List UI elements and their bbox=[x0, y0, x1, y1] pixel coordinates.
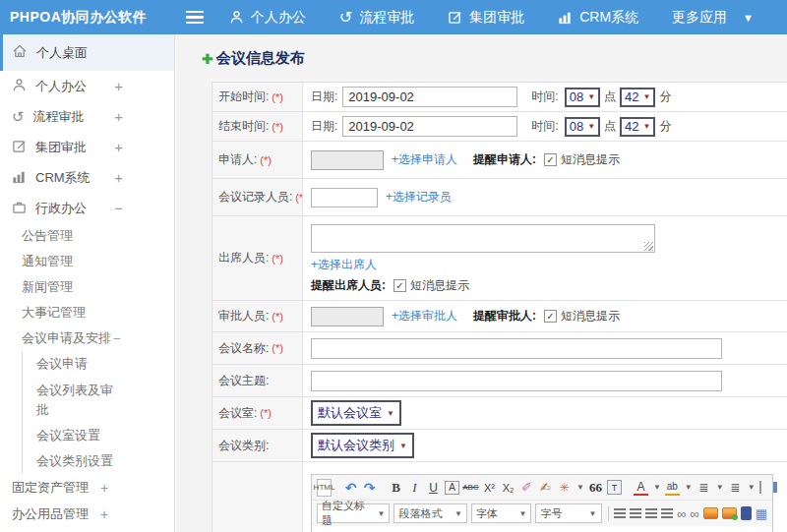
topnav-crm[interactable]: CRM系统 bbox=[558, 9, 638, 27]
expand-plus-icon[interactable]: + bbox=[114, 139, 123, 155]
start-minute-select[interactable]: 42 ▼ bbox=[620, 88, 655, 107]
unordered-list-icon[interactable]: ≣ bbox=[728, 479, 743, 497]
sidebar-item-announcements[interactable]: 公告管理 bbox=[0, 223, 174, 249]
sidebar-item-notices[interactable]: 通知管理 bbox=[0, 249, 174, 274]
caret-down-icon[interactable]: ▼ bbox=[716, 483, 724, 492]
end-date-input[interactable] bbox=[342, 116, 517, 137]
end-minute-select[interactable]: 42 ▼ bbox=[620, 117, 655, 137]
select-approver-link[interactable]: +选择审批人 bbox=[392, 308, 457, 325]
caret-down-icon[interactable]: ▼ bbox=[748, 483, 756, 492]
align-center-icon[interactable] bbox=[630, 508, 641, 519]
paint-icon[interactable]: ✳ bbox=[557, 479, 572, 497]
align-left-icon[interactable] bbox=[614, 508, 626, 519]
unlink-icon[interactable]: ∞ bbox=[691, 507, 699, 520]
resize-grip-icon[interactable] bbox=[644, 242, 653, 251]
superscript-button[interactable]: X² bbox=[482, 479, 497, 497]
end-hour-select[interactable]: 08 ▼ bbox=[565, 117, 600, 137]
font-color-button[interactable]: A bbox=[634, 480, 648, 496]
attendees-textarea[interactable] bbox=[311, 224, 655, 253]
paste-text-icon[interactable]: T bbox=[607, 480, 622, 495]
upload-image-icon[interactable] bbox=[722, 507, 737, 519]
form-row-attendees: 出席人员: (*) +选择出席人 提醒出席人员: ✓ 短消息提示 bbox=[212, 216, 787, 301]
italic-button[interactable]: I bbox=[407, 479, 422, 497]
blockquote-button[interactable]: 66 bbox=[588, 479, 603, 497]
expand-plus-icon[interactable]: + bbox=[114, 108, 123, 125]
menu-toggle-icon[interactable] bbox=[186, 11, 204, 25]
attendees-sms-checkbox[interactable]: ✓ bbox=[394, 279, 406, 292]
align-justify-icon[interactable] bbox=[661, 508, 673, 519]
underline-button[interactable]: U bbox=[426, 479, 441, 497]
approver-sms-checkbox[interactable]: ✓ bbox=[544, 310, 557, 323]
start-hour-select[interactable]: 08 ▼ bbox=[565, 88, 600, 107]
applicant-sms-checkbox[interactable]: ✓ bbox=[544, 153, 557, 166]
redo-icon[interactable]: ↷ bbox=[362, 479, 377, 497]
sidebar-item-group-approval[interactable]: 集团审批 + bbox=[0, 132, 174, 162]
sidebar-item-fixed-assets[interactable]: 固定资产管理 + bbox=[0, 474, 174, 501]
applicant-input[interactable] bbox=[311, 150, 384, 170]
insert-image-icon[interactable] bbox=[703, 507, 718, 519]
select-applicant-link[interactable]: +选择申请人 bbox=[392, 151, 457, 168]
insert-table-icon[interactable]: ▦ bbox=[756, 507, 767, 520]
subscript-button[interactable]: X₂ bbox=[501, 479, 515, 497]
sidebar-label: 个人桌面 bbox=[36, 44, 88, 62]
sidebar-item-memorabilia[interactable]: 大事记管理 bbox=[0, 300, 174, 325]
select-recorder-link[interactable]: +选择记录员 bbox=[386, 189, 452, 206]
new-page-icon[interactable] bbox=[759, 481, 761, 494]
expand-plus-icon[interactable]: + bbox=[114, 169, 123, 186]
highlight-color-button[interactable]: ab bbox=[665, 480, 680, 496]
paragraph-format-select[interactable]: 段落格式 ▼ bbox=[394, 503, 466, 523]
meeting-room-select[interactable]: 默认会议室 ▼ bbox=[311, 400, 401, 426]
meeting-subject-input[interactable] bbox=[311, 371, 722, 391]
more-apps-caret-icon[interactable]: ▼ bbox=[743, 12, 754, 24]
sidebar-sublabel: 会议列表及审批 bbox=[36, 381, 117, 419]
expand-plus-icon[interactable]: + bbox=[114, 78, 123, 94]
topnav-workflow-approval[interactable]: ↺ 流程审批 bbox=[339, 9, 414, 27]
ordered-list-icon[interactable]: ≣ bbox=[696, 479, 711, 497]
format-painter-icon[interactable]: ✍ bbox=[538, 479, 553, 497]
sidebar-item-meeting-list-approval[interactable]: 会议列表及审批 bbox=[23, 377, 117, 423]
custom-heading-select[interactable]: 自定义标题 ▼ bbox=[317, 503, 390, 523]
sidebar-item-meeting-group[interactable]: 会议申请及安排 − bbox=[0, 325, 174, 351]
eraser-icon[interactable]: ✐ bbox=[519, 479, 534, 497]
meeting-type-select[interactable]: 默认会议类别 ▼ bbox=[311, 433, 414, 458]
start-date-input[interactable] bbox=[342, 87, 517, 107]
field-label bbox=[212, 462, 303, 532]
sidebar-item-workflow-approval[interactable]: ↺ 流程审批 + bbox=[0, 101, 174, 132]
caret-down-icon[interactable]: ▼ bbox=[685, 483, 693, 492]
align-right-icon[interactable] bbox=[645, 508, 657, 519]
font-family-select[interactable]: 字体 ▼ bbox=[471, 503, 532, 523]
form-row-applicant: 申请人: (*) +选择申请人 提醒申请人: ✓ 短消息提示 bbox=[212, 142, 787, 179]
meeting-name-input[interactable] bbox=[311, 338, 722, 359]
strikethrough-button[interactable]: ABC bbox=[463, 479, 478, 497]
topnav-personal-office[interactable]: 个人办公 bbox=[229, 9, 306, 27]
sidebar-item-crm[interactable]: CRM系统 + bbox=[0, 162, 174, 193]
font-style-button[interactable]: A bbox=[445, 481, 459, 495]
collapse-minus-icon[interactable]: − bbox=[114, 200, 123, 216]
link-icon[interactable]: ∞ bbox=[677, 507, 686, 520]
sidebar-item-office-supplies[interactable]: 办公用品管理 + bbox=[0, 501, 174, 527]
sidebar-item-personal-desktop[interactable]: 个人桌面 bbox=[0, 34, 174, 71]
topnav-more-apps[interactable]: 更多应用 bbox=[672, 9, 727, 27]
undo-icon[interactable]: ↶ bbox=[343, 479, 358, 497]
sidebar-item-admin-office[interactable]: 行政办公 − bbox=[0, 193, 174, 223]
fullscreen-icon[interactable] bbox=[773, 482, 777, 493]
sidebar-item-library[interactable]: 图书管理 + bbox=[0, 527, 174, 532]
approver-input[interactable] bbox=[311, 307, 384, 326]
sidebar-item-news[interactable]: 新闻管理 bbox=[0, 274, 174, 300]
caret-down-icon[interactable]: ▼ bbox=[653, 483, 661, 492]
insert-media-icon[interactable] bbox=[741, 506, 752, 520]
sidebar-item-personal-office[interactable]: 个人办公 + bbox=[0, 71, 174, 101]
topnav-group-approval[interactable]: 集团审批 bbox=[448, 9, 524, 27]
sidebar-item-meeting-type-settings[interactable]: 会议类别设置 bbox=[23, 448, 174, 474]
editor-content-area[interactable] bbox=[312, 526, 772, 532]
recorder-input[interactable] bbox=[311, 188, 378, 207]
meeting-form: 开始时间: (*) 日期: 时间: 08 ▼ 点 42 ▼ 分 bbox=[212, 82, 787, 532]
bold-button[interactable]: B bbox=[389, 479, 403, 497]
font-size-select[interactable]: 字号 ▼ bbox=[535, 503, 601, 523]
caret-down-icon[interactable]: ▼ bbox=[576, 483, 584, 492]
select-attendees-link[interactable]: +选择出席人 bbox=[311, 257, 377, 273]
selected-value: 字号 bbox=[540, 506, 562, 521]
sidebar-item-meeting-room-settings[interactable]: 会议室设置 bbox=[23, 423, 174, 448]
sidebar-item-meeting-apply[interactable]: 会议申请 bbox=[23, 351, 174, 377]
html-source-button[interactable]: HTML bbox=[317, 479, 332, 497]
